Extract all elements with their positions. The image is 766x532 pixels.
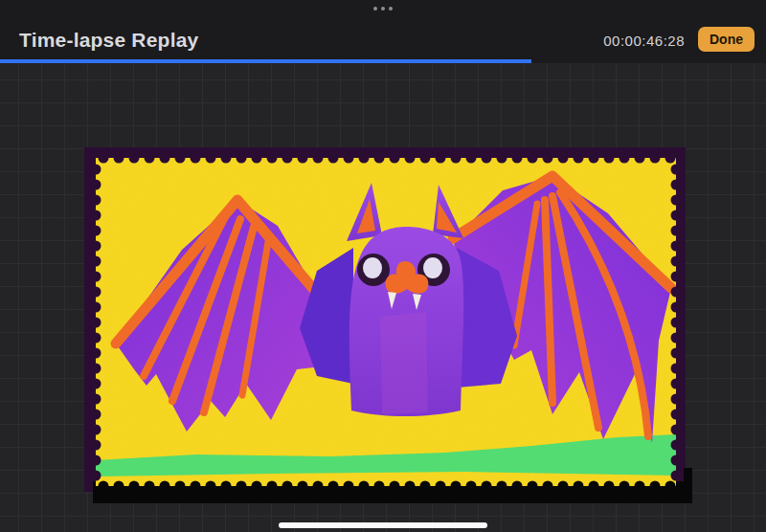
dot [373, 7, 377, 11]
dot [389, 7, 393, 11]
header-bar: Time-lapse Replay 00:00:46:28 Done [0, 0, 766, 59]
stamp-paper [96, 158, 676, 486]
home-indicator[interactable] [279, 522, 487, 528]
app-options-icon[interactable] [373, 7, 393, 11]
dot [381, 7, 385, 11]
replay-canvas-area [0, 63, 766, 532]
timecode-label: 00:00:46:28 [603, 33, 685, 52]
timelapse-replay-screen: Time-lapse Replay 00:00:46:28 Done [0, 0, 766, 532]
done-button[interactable]: Done [698, 27, 755, 52]
page-title: Time-lapse Replay [19, 29, 603, 52]
timelapse-artwork[interactable] [81, 144, 694, 508]
